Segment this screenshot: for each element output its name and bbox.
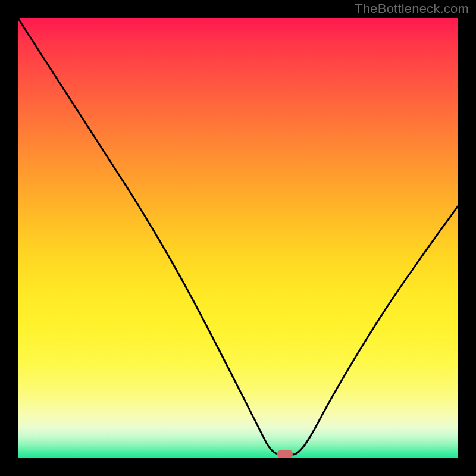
optimum-marker [277, 450, 293, 458]
bottleneck-curve [18, 18, 458, 458]
watermark-text: TheBottleneck.com [355, 1, 469, 17]
chart-frame: TheBottleneck.com [0, 0, 476, 476]
curve-path [18, 18, 458, 455]
plot-area [18, 18, 458, 458]
